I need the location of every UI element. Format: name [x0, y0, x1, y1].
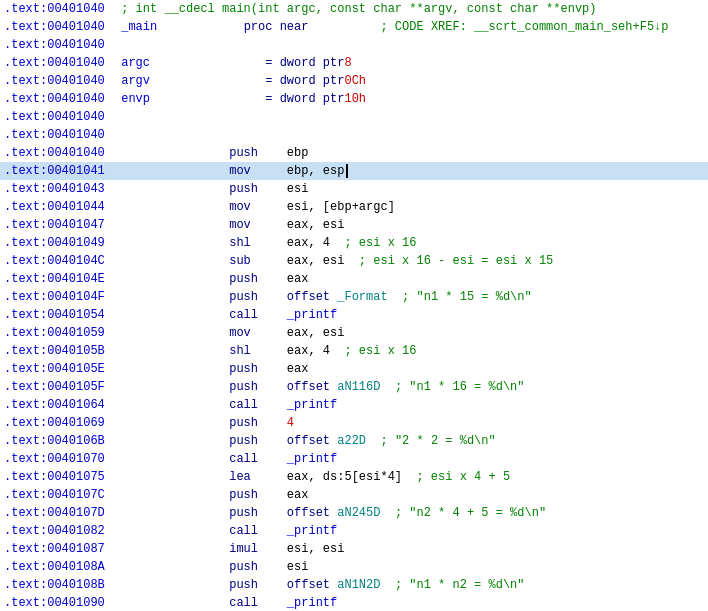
address: .text:0040104F — [4, 290, 114, 304]
operand-num: 10h — [344, 92, 366, 106]
address: .text:00401075 — [4, 470, 114, 484]
table-row[interactable]: .text:0040104C sub eax, esi ; esi x 16 -… — [0, 252, 708, 270]
table-row[interactable]: .text:00401040 ; int __cdecl main(int ar… — [0, 0, 708, 18]
address: .text:00401049 — [4, 236, 114, 250]
address: .text:00401040 — [4, 2, 114, 16]
table-row[interactable]: .text:00401040 — [0, 36, 708, 54]
code-view: .text:00401040 ; int __cdecl main(int ar… — [0, 0, 708, 611]
table-row[interactable]: .text:00401040 _main proc near ; CODE XR… — [0, 18, 708, 36]
table-row[interactable]: .text:0040104F push offset _Format ; "n1… — [0, 288, 708, 306]
table-row[interactable]: .text:0040108A push esi — [0, 558, 708, 576]
mnemonic: = dword ptr — [265, 92, 344, 106]
table-row[interactable]: .text:00401070 call _printf — [0, 450, 708, 468]
mnemonic: push — [229, 272, 258, 286]
table-row[interactable]: .text:00401044 mov esi, [ebp+argc] — [0, 198, 708, 216]
mnemonic: push — [229, 290, 258, 304]
table-row[interactable]: .text:00401069 push 4 — [0, 414, 708, 432]
mnemonic: push — [229, 488, 258, 502]
address: .text:00401040 — [4, 92, 114, 106]
offset-label: aN1N2D — [337, 578, 380, 592]
mnemonic: push — [229, 560, 258, 574]
table-row[interactable]: .text:0040107C push eax — [0, 486, 708, 504]
address: .text:00401040 — [4, 128, 114, 142]
table-row[interactable]: .text:0040104E push eax — [0, 270, 708, 288]
table-row[interactable]: .text:00401040 — [0, 126, 708, 144]
address: .text:00401054 — [4, 308, 114, 322]
call-target: _printf — [287, 398, 337, 412]
table-row[interactable]: .text:0040105F push offset aN116D ; "n1 … — [0, 378, 708, 396]
address: .text:00401064 — [4, 398, 114, 412]
table-row[interactable]: .text:00401040 argv = dword ptr 0Ch — [0, 72, 708, 90]
mnemonic: push — [229, 506, 258, 520]
address: .text:0040108A — [4, 560, 114, 574]
table-row[interactable]: .text:00401064 call _printf — [0, 396, 708, 414]
address: .text:00401040 — [4, 38, 114, 52]
operands: offset _Format — [287, 290, 388, 304]
call-target: _printf — [287, 596, 337, 610]
table-row[interactable]: .text:00401040 push ebp — [0, 144, 708, 162]
call-target: _printf — [287, 452, 337, 466]
operands: eax, esi — [287, 254, 345, 268]
table-row[interactable]: .text:00401043 push esi — [0, 180, 708, 198]
line-comment: ; esi x 16 - esi = esi x 15 — [359, 254, 553, 268]
operands: eax — [287, 272, 309, 286]
var-label: envp — [121, 92, 150, 106]
table-row[interactable]: .text:00401082 call _printf — [0, 522, 708, 540]
line-comment: ; esi x 16 — [344, 344, 416, 358]
address: .text:0040106B — [4, 434, 114, 448]
table-row[interactable]: .text:00401075 lea eax, ds:5[esi*4] ; es… — [0, 468, 708, 486]
line-comment: ; "n1 * 16 = %d\n" — [395, 380, 525, 394]
operands: offset aN1N2D — [287, 578, 381, 592]
address: .text:0040105F — [4, 380, 114, 394]
table-row[interactable]: .text:00401040 argc = dword ptr 8 — [0, 54, 708, 72]
mnemonic: shl — [229, 344, 251, 358]
offset-label: a22D — [337, 434, 366, 448]
address: .text:00401040 — [4, 20, 114, 34]
table-row[interactable]: .text:0040108B push offset aN1N2D ; "n1 … — [0, 576, 708, 594]
operands: eax, 4 — [287, 236, 330, 250]
line-comment: ; "n1 * n2 = %d\n" — [395, 578, 525, 592]
address: .text:00401069 — [4, 416, 114, 430]
mnemonic: push — [229, 362, 258, 376]
address: .text:0040104E — [4, 272, 114, 286]
mnemonic: call — [229, 524, 258, 538]
call-target: _printf — [287, 524, 337, 538]
address: .text:00401040 — [4, 110, 114, 124]
table-row[interactable]: .text:00401090 call _printf — [0, 594, 708, 611]
table-row[interactable]: .text:00401041 mov ebp, esp — [0, 162, 708, 180]
mnemonic: mov — [229, 200, 251, 214]
table-row[interactable]: .text:00401040 — [0, 108, 708, 126]
address: .text:0040108B — [4, 578, 114, 592]
address: .text:00401040 — [4, 146, 114, 160]
address: .text:00401070 — [4, 452, 114, 466]
mnemonic: mov — [229, 326, 251, 340]
mnemonic: sub — [229, 254, 251, 268]
line-comment: ; int __cdecl main(int argc, const char … — [121, 2, 596, 16]
operands: offset aN116D — [287, 380, 381, 394]
line-comment: ; "n2 * 4 + 5 = %d\n" — [395, 506, 546, 520]
address: .text:00401059 — [4, 326, 114, 340]
address: .text:00401087 — [4, 542, 114, 556]
operand-num: 8 — [344, 56, 351, 70]
table-row[interactable]: .text:00401087 imul esi, esi — [0, 540, 708, 558]
mnemonic: imul — [229, 542, 258, 556]
offset-kw: offset — [287, 578, 330, 592]
table-row[interactable]: .text:0040106B push offset a22D ; "2 * 2… — [0, 432, 708, 450]
table-row[interactable]: .text:00401054 call _printf — [0, 306, 708, 324]
table-row[interactable]: .text:00401059 mov eax, esi — [0, 324, 708, 342]
operands: eax — [287, 488, 309, 502]
offset-kw: offset — [287, 380, 330, 394]
table-row[interactable]: .text:0040107D push offset aN245D ; "n2 … — [0, 504, 708, 522]
mnemonic: push — [229, 146, 258, 160]
table-row[interactable]: .text:0040105B shl eax, 4 ; esi x 16 — [0, 342, 708, 360]
table-row[interactable]: .text:0040105E push eax — [0, 360, 708, 378]
var-label: argc — [121, 56, 150, 70]
table-row[interactable]: .text:00401047 mov eax, esi — [0, 216, 708, 234]
operand-num: 0Ch — [344, 74, 366, 88]
operands: eax, ds:5[esi*4] — [287, 470, 402, 484]
operands: esi — [287, 560, 309, 574]
table-row[interactable]: .text:00401040 envp = dword ptr 10h — [0, 90, 708, 108]
table-row[interactable]: .text:00401049 shl eax, 4 ; esi x 16 — [0, 234, 708, 252]
call-target: _printf — [287, 308, 337, 322]
mnemonic: call — [229, 308, 258, 322]
